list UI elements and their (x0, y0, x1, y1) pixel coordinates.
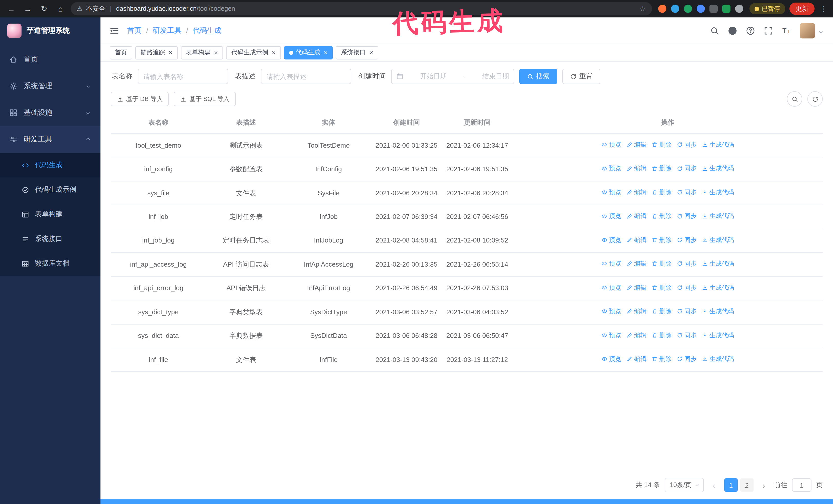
tab-代码生成[interactable]: 代码生成× (284, 46, 333, 59)
sidebar-item-首页[interactable]: 首页 (0, 46, 100, 73)
action-同步[interactable]: 同步 (677, 331, 697, 340)
reset-button[interactable]: 重置 (562, 69, 600, 84)
sidebar-subitem-代码生成[interactable]: 代码生成 (0, 153, 100, 177)
action-删除[interactable]: 删除 (651, 235, 671, 245)
page-button-2[interactable]: 2 (740, 478, 754, 492)
hamburger-icon[interactable] (110, 26, 119, 35)
action-生成代码[interactable]: 生成代码 (702, 235, 734, 245)
extension-fox-icon[interactable] (658, 5, 666, 13)
search-button[interactable]: 搜索 (519, 69, 557, 84)
close-icon[interactable]: × (214, 49, 218, 56)
action-编辑[interactable]: 编辑 (626, 354, 646, 364)
action-生成代码[interactable]: 生成代码 (702, 140, 734, 149)
import-sql-button[interactable]: 基于 SQL 导入 (174, 92, 236, 106)
sidebar-subitem-数据库文档[interactable]: 数据库文档 (0, 251, 100, 276)
action-预览[interactable]: 预览 (601, 354, 621, 364)
action-同步[interactable]: 同步 (677, 235, 697, 245)
close-icon[interactable]: × (169, 49, 172, 56)
action-删除[interactable]: 删除 (651, 331, 671, 340)
action-预览[interactable]: 预览 (601, 259, 621, 268)
action-同步[interactable]: 同步 (677, 259, 697, 268)
action-预览[interactable]: 预览 (601, 331, 621, 340)
extensions-puzzle-icon[interactable] (735, 5, 743, 13)
action-编辑[interactable]: 编辑 (626, 188, 646, 197)
prev-page-button[interactable]: ‹ (709, 478, 720, 492)
forward-icon[interactable]: → (22, 3, 34, 15)
sidebar-subitem-系统接口[interactable]: 系统接口 (0, 226, 100, 251)
action-生成代码[interactable]: 生成代码 (702, 164, 734, 173)
action-同步[interactable]: 同步 (677, 354, 697, 364)
action-预览[interactable]: 预览 (601, 307, 621, 316)
security-label[interactable]: 不安全 (86, 4, 105, 13)
action-编辑[interactable]: 编辑 (626, 283, 646, 292)
home-browser-icon[interactable]: ⌂ (54, 3, 67, 15)
tab-系统接口[interactable]: 系统接口× (336, 46, 378, 59)
action-生成代码[interactable]: 生成代码 (702, 331, 734, 340)
tab-首页[interactable]: 首页 (110, 46, 132, 59)
close-icon[interactable]: × (272, 49, 276, 56)
action-编辑[interactable]: 编辑 (626, 259, 646, 268)
action-预览[interactable]: 预览 (601, 235, 621, 245)
action-编辑[interactable]: 编辑 (626, 140, 646, 149)
action-编辑[interactable]: 编辑 (626, 331, 646, 340)
action-生成代码[interactable]: 生成代码 (702, 283, 734, 292)
refresh-table-button[interactable] (807, 91, 823, 106)
address-bar[interactable]: ⚠ 不安全 | dashboard.yudao.iocoder.cn/tool/… (71, 2, 652, 16)
action-删除[interactable]: 删除 (651, 259, 671, 268)
close-icon[interactable]: × (324, 49, 328, 56)
close-icon[interactable]: × (369, 49, 373, 56)
action-生成代码[interactable]: 生成代码 (702, 188, 734, 197)
action-编辑[interactable]: 编辑 (626, 307, 646, 316)
extension-leaf-icon[interactable] (722, 5, 731, 13)
action-预览[interactable]: 预览 (601, 212, 621, 221)
action-删除[interactable]: 删除 (651, 140, 671, 149)
action-编辑[interactable]: 编辑 (626, 164, 646, 173)
page-size-select[interactable]: 10条/页 (665, 478, 704, 492)
action-删除[interactable]: 删除 (651, 354, 671, 364)
tab-链路追踪[interactable]: 链路追踪× (135, 46, 177, 59)
extension-drop-icon[interactable] (671, 5, 679, 13)
table-desc-input[interactable] (261, 69, 351, 84)
action-生成代码[interactable]: 生成代码 (702, 259, 734, 268)
action-预览[interactable]: 预览 (601, 164, 621, 173)
sidebar-subitem-代码生成示例[interactable]: 代码生成示例 (0, 177, 100, 202)
fullscreen-icon[interactable] (764, 26, 773, 35)
action-同步[interactable]: 同步 (677, 140, 697, 149)
action-删除[interactable]: 删除 (651, 164, 671, 173)
action-预览[interactable]: 预览 (601, 283, 621, 292)
page-button-1[interactable]: 1 (724, 478, 738, 492)
tab-表单构建[interactable]: 表单构建× (181, 46, 223, 59)
action-生成代码[interactable]: 生成代码 (702, 354, 734, 364)
sidebar-item-研发工具[interactable]: 研发工具 (0, 126, 100, 153)
goto-page-input[interactable] (792, 478, 811, 492)
action-同步[interactable]: 同步 (677, 164, 697, 173)
tab-代码生成示例[interactable]: 代码生成示例× (226, 46, 281, 59)
sidebar-item-系统管理[interactable]: 系统管理 (0, 73, 100, 99)
extension-people-icon[interactable] (697, 5, 705, 13)
url-text[interactable]: dashboard.yudao.iocoder.cn/tool/codegen (116, 5, 235, 12)
sidebar-item-基础设施[interactable]: 基础设施 (0, 99, 100, 126)
sidebar-subitem-表单构建[interactable]: 表单构建 (0, 202, 100, 226)
action-同步[interactable]: 同步 (677, 283, 697, 292)
paused-badge[interactable]: 已暂停 (749, 3, 785, 14)
extension-card-icon[interactable] (710, 5, 718, 13)
action-同步[interactable]: 同步 (677, 188, 697, 197)
breadcrumb-item[interactable]: 首页 (127, 26, 142, 35)
action-删除[interactable]: 删除 (651, 307, 671, 316)
github-icon[interactable] (728, 26, 737, 35)
font-size-icon[interactable]: TT (782, 26, 791, 35)
import-db-button[interactable]: 基于 DB 导入 (111, 92, 169, 106)
action-删除[interactable]: 删除 (651, 188, 671, 197)
update-button[interactable]: 更新 (789, 3, 814, 15)
action-生成代码[interactable]: 生成代码 (702, 307, 734, 316)
user-menu[interactable] (800, 23, 824, 38)
extension-check-icon[interactable] (684, 5, 692, 13)
next-page-button[interactable]: › (758, 478, 769, 492)
header-search-icon[interactable] (710, 26, 719, 35)
bookmark-star-icon[interactable]: ☆ (640, 5, 646, 13)
action-同步[interactable]: 同步 (677, 212, 697, 221)
action-生成代码[interactable]: 生成代码 (702, 212, 734, 221)
breadcrumb-item[interactable]: 研发工具 (153, 26, 182, 35)
date-range-picker[interactable]: 开始日期 - 结束日期 (391, 69, 514, 84)
toggle-search-button[interactable] (787, 91, 802, 106)
